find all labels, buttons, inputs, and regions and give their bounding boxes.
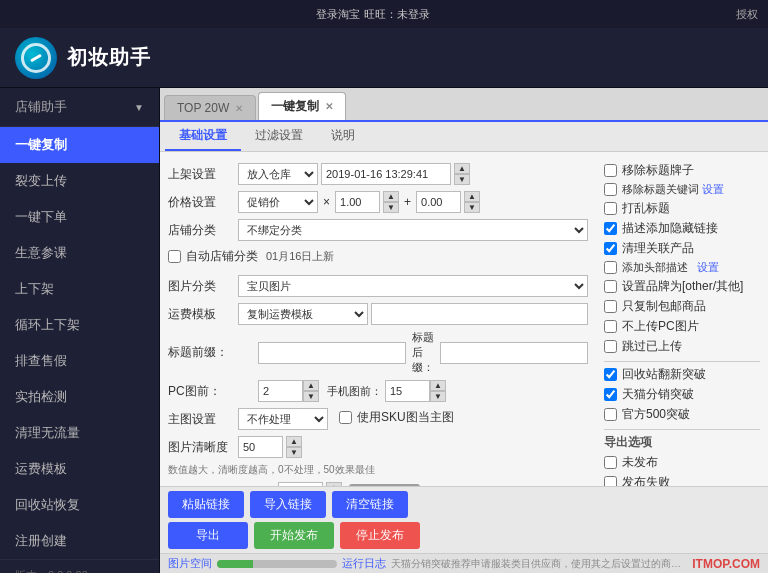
price-multiply-spinner[interactable]: ▲ ▼ (383, 191, 399, 213)
login-status: 登录淘宝 旺旺：未登录 (316, 7, 429, 22)
shipping-extra-input[interactable] (371, 303, 588, 325)
pc-front-spinner[interactable]: ▲ ▼ (303, 380, 319, 402)
run-log-label[interactable]: 运行日志 (342, 556, 386, 571)
price-multiply-symbol: × (323, 195, 330, 209)
sidebar-item-register[interactable]: 注册创建 (0, 523, 159, 559)
bottom-bar: 粘贴链接 导入链接 清空链接 导出 开始发布 停止发布 (160, 486, 768, 553)
status-bar: 图片空间 运行日志 天猫分销突破推荐申请服装类目供应商，使用其之后设置过的商品链… (160, 553, 768, 573)
tab-one-click-copy[interactable]: 一键复制 ✕ (258, 92, 346, 120)
image-category-control: 宝贝图片 (238, 275, 588, 297)
opt-remove-keyword: 移除标题关键词 设置 (604, 182, 760, 197)
sidebar-item-one-click-copy[interactable]: 一键复制 (0, 127, 159, 163)
sub-tabs: 基础设置 过滤设置 说明 (160, 122, 768, 152)
sidebar-item-business-ref[interactable]: 生意参课 (0, 235, 159, 271)
datetime-up[interactable]: ▲ (454, 163, 470, 174)
tab-top20w[interactable]: TOP 20W ✕ (164, 95, 256, 120)
tab-top20w-close[interactable]: ✕ (235, 103, 243, 114)
mobile-front-spinner[interactable]: ▲ ▼ (430, 380, 446, 402)
image-category-label: 图片分类 (168, 278, 238, 295)
export-failed: 发布失败 (604, 474, 760, 486)
category-label: 店铺分类 (168, 222, 238, 239)
pc-front-label: PC图前： (168, 383, 258, 400)
bottom-buttons-row2: 导出 开始发布 停止发布 (168, 522, 760, 549)
pc-front-input[interactable] (258, 380, 303, 402)
price-type-select[interactable]: 促销价 原价 折扣价 (238, 191, 318, 213)
auto-classify-row: 自动店铺分类 01月16日上新 (168, 246, 588, 270)
title-suffix-label: 标题后缀： (412, 330, 434, 375)
sidebar-item-one-click-order[interactable]: 一键下单 (0, 199, 159, 235)
top-bar: 登录淘宝 旺旺：未登录 授权 (0, 0, 768, 28)
auto-classify-checkbox[interactable] (168, 250, 181, 263)
mobile-front-input[interactable] (385, 380, 430, 402)
price-add-input[interactable] (416, 191, 461, 213)
shelf-control: 放入仓库 立即上架 定时上架 ▲ ▼ (238, 163, 588, 185)
opt-clean-related: 清理关联产品 (604, 240, 760, 257)
auth-button[interactable]: 授权 (736, 7, 758, 22)
use-sku-label[interactable]: 使用SKU图当主图 (357, 409, 454, 426)
opt-no-pc-img: 不上传PC图片 (604, 318, 760, 335)
keyword-setting-link[interactable]: 设置 (702, 183, 724, 195)
header-desc-setting-link[interactable]: 设置 (697, 261, 719, 273)
title-prefix-input[interactable] (258, 342, 406, 364)
image-space-label[interactable]: 图片空间 (168, 556, 212, 571)
opt-official500-break: 官方500突破 (604, 406, 760, 423)
sub-tab-filter[interactable]: 过滤设置 (241, 122, 317, 151)
export-button[interactable]: 导出 (168, 522, 248, 549)
datetime-input[interactable] (321, 163, 451, 185)
sidebar-item-check-fake[interactable]: 排查售假 (0, 343, 159, 379)
logo-icon (21, 43, 51, 73)
shipping-select[interactable]: 复制运费模板 (238, 303, 368, 325)
category-select[interactable]: 不绑定分类 (238, 219, 588, 241)
watermark: ITMOP.COM (692, 557, 760, 571)
main-img-select[interactable]: 不作处理 使用第一张 随机 (238, 408, 328, 430)
stop-publish-button[interactable]: 停止发布 (340, 522, 420, 549)
price-plus-symbol: + (404, 195, 411, 209)
use-sku-checkbox[interactable] (339, 411, 352, 424)
start-publish-button[interactable]: 开始发布 (254, 522, 334, 549)
shelf-select[interactable]: 放入仓库 立即上架 定时上架 (238, 163, 318, 185)
export-section-title: 导出选项 (604, 434, 760, 451)
opt-tmall-break: 天猫分销突破 (604, 386, 760, 403)
tab-one-click-copy-close[interactable]: ✕ (325, 101, 333, 112)
sidebar-item-photo-check[interactable]: 实拍检测 (0, 379, 159, 415)
opt-skip-uploaded: 跳过已上传 (604, 338, 760, 355)
opt-set-brand-other: 设置品牌为[other/其他] (604, 278, 760, 295)
image-category-select[interactable]: 宝贝图片 (238, 275, 588, 297)
export-section: 导出选项 未发布 发布失败 (604, 434, 760, 486)
sidebar-item-recycle[interactable]: 回收站恢复 (0, 487, 159, 523)
sub-tab-basic[interactable]: 基础设置 (165, 122, 241, 151)
sharpness-spinner[interactable]: ▲ ▼ (286, 436, 302, 458)
shipping-row: 运费模板 复制运费模板 (168, 302, 588, 326)
sidebar-item-split-upload[interactable]: 裂变上传 (0, 163, 159, 199)
version-label: 版本：2.0.0.23 (0, 559, 159, 573)
sharpness-row: 图片清晰度 ▲ ▼ (168, 435, 588, 459)
sidebar-item-clean-traffic[interactable]: 清理无流量 (0, 415, 159, 451)
paste-link-button[interactable]: 粘贴链接 (168, 491, 244, 518)
price-multiply-input[interactable] (335, 191, 380, 213)
sharpness-control: ▲ ▼ (238, 436, 588, 458)
datetime-down[interactable]: ▼ (454, 174, 470, 185)
auto-classify-label[interactable]: 自动店铺分类 (186, 248, 258, 265)
price-label: 价格设置 (168, 194, 238, 211)
title-prefix-row: 标题前缀： 标题后缀： (168, 330, 588, 375)
clear-link-button[interactable]: 清空链接 (332, 491, 408, 518)
import-link-button[interactable]: 导入链接 (250, 491, 326, 518)
main-img-row: 主图设置 不作处理 使用第一张 随机 使用SKU图当主图 (168, 407, 588, 431)
app-header: 初妆助手 (0, 28, 768, 88)
form-right: 移除标题牌子 移除标题关键词 设置 打乱标题 描述添加隐藏链接 (596, 157, 768, 481)
sidebar-item-shipping-template[interactable]: 运费模板 (0, 451, 159, 487)
auto-classify-date: 01月16日上新 (266, 249, 334, 264)
opt-shuffle-title: 打乱标题 (604, 200, 760, 217)
title-suffix-input[interactable] (440, 342, 588, 364)
sidebar-item-loop-shelf[interactable]: 循环上下架 (0, 307, 159, 343)
auto-classify-checkbox-row: 自动店铺分类 01月16日上新 (168, 248, 588, 265)
datetime-spinner[interactable]: ▲ ▼ (454, 163, 470, 185)
sidebar-section-store[interactable]: 店铺助手 ▼ (0, 88, 159, 127)
sub-tab-description[interactable]: 说明 (317, 122, 369, 151)
use-sku-checkbox-row: 使用SKU图当主图 (339, 409, 454, 426)
sharpness-input[interactable] (238, 436, 283, 458)
bottom-buttons-row1: 粘贴链接 导入链接 清空链接 (168, 491, 760, 518)
price-add-spinner[interactable]: ▲ ▼ (464, 191, 480, 213)
sidebar-item-shelf[interactable]: 上下架 (0, 271, 159, 307)
form-left: 上架设置 放入仓库 立即上架 定时上架 ▲ ▼ (160, 157, 596, 481)
